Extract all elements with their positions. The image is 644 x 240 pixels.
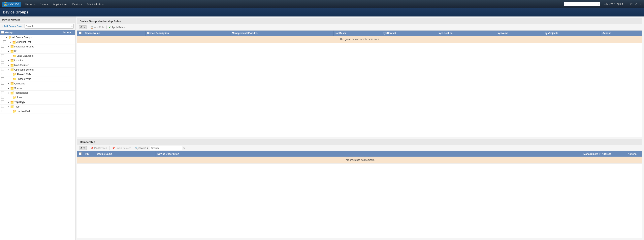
- nav-refresh-button[interactable]: ↺: [629, 2, 634, 6]
- gear-icon: ⚙: [80, 26, 82, 29]
- row-checkbox[interactable]: [1, 77, 4, 80]
- tree-item-label[interactable]: Topology: [14, 101, 25, 104]
- expand-arrow-icon[interactable]: ▶: [7, 68, 10, 71]
- expand-arrow-icon[interactable]: ▼: [5, 36, 8, 39]
- tree-item-label[interactable]: IP: [14, 50, 16, 53]
- nav-search-input[interactable]: [564, 2, 600, 6]
- membership-header-row: Pin Device Name Device Description Manag…: [77, 151, 642, 157]
- tree-item-label[interactable]: Tools: [17, 96, 22, 99]
- row-checkbox[interactable]: [1, 105, 4, 108]
- apply-rules-button[interactable]: ✔ Apply Rules: [108, 25, 126, 29]
- header-checkbox-col: [1, 31, 5, 34]
- expand-arrow-icon[interactable]: ▶: [7, 106, 10, 108]
- row-checkbox[interactable]: [1, 68, 4, 71]
- search-clear-button[interactable]: ✕: [71, 25, 73, 28]
- search-box-wrap: ✕: [24, 24, 74, 28]
- row-checkbox[interactable]: [1, 100, 4, 103]
- row-checkbox[interactable]: [1, 54, 4, 57]
- th-mgmt-ip: Management IP Addre...: [230, 30, 334, 36]
- expand-arrow-icon[interactable]: ▶: [7, 87, 10, 89]
- gear-dropdown-arrow: ▼: [83, 26, 85, 29]
- nav-add-button[interactable]: +: [625, 2, 629, 6]
- nav-events-button[interactable]: Events: [38, 1, 50, 7]
- nav-help-button[interactable]: ?: [638, 2, 642, 6]
- pin-icon: 📌: [90, 147, 94, 150]
- header-group-label: Group: [5, 31, 60, 34]
- row-checkbox[interactable]: [1, 87, 4, 89]
- folder-icon: 🗂️: [10, 87, 14, 90]
- expand-arrow-icon[interactable]: ▶: [7, 64, 10, 66]
- expand-arrow-icon[interactable]: ▶: [7, 82, 10, 85]
- row-checkbox[interactable]: [1, 50, 4, 52]
- tree-row: ▶ 🗂️ QA Boxes: [0, 81, 75, 86]
- unpin-icon: 📌: [112, 147, 115, 150]
- tree-item-label[interactable]: Phase 2 VMs: [17, 78, 31, 80]
- add-group-button[interactable]: + Add Device Group: [2, 25, 23, 28]
- row-checkbox[interactable]: [1, 91, 4, 94]
- tree-item-label[interactable]: Manufacturer: [14, 64, 28, 66]
- tree-item-label[interactable]: Type: [14, 105, 20, 108]
- logo[interactable]: SevOne: [2, 1, 21, 7]
- tree-row: ▶ 🗂️ Manufacturer: [0, 63, 75, 67]
- expand-arrow-icon[interactable]: ▶: [7, 59, 10, 62]
- tree-item-label[interactable]: Technologies: [14, 91, 28, 94]
- row-checkbox[interactable]: [1, 59, 4, 61]
- apply-rules-label: Apply Rules: [112, 26, 124, 29]
- tree-item-label[interactable]: Alphabet Test: [16, 41, 31, 43]
- row-checkbox[interactable]: [3, 40, 6, 43]
- nav-home-button[interactable]: ⌂: [634, 2, 638, 6]
- tree-item-label[interactable]: Unclassified: [17, 110, 30, 113]
- row-checkbox[interactable]: [1, 82, 4, 85]
- tree-item-label[interactable]: Location: [14, 59, 23, 62]
- tree-row: ▶ 🗂️ Technologies: [0, 91, 75, 95]
- tree-search-input[interactable]: [24, 24, 74, 28]
- pin-devices-button[interactable]: 📌 Pin Devices: [89, 146, 108, 150]
- search-dropdown-button[interactable]: 🔍 Search ▼: [135, 147, 149, 150]
- th-actions: Actions: [601, 30, 642, 36]
- expand-arrow-icon[interactable]: ▶: [7, 45, 10, 48]
- logo-dot: [5, 2, 6, 3]
- row-checkbox[interactable]: [1, 36, 4, 38]
- unpin-devices-button[interactable]: 📌 Unpin Devices: [111, 146, 132, 150]
- membership-section: Membership ⚙ ▼ 📌 Pin Devices 📌 Unpin Dev…: [77, 139, 642, 239]
- tree-item-label[interactable]: Interactive Groups: [14, 45, 34, 48]
- membership-search-input[interactable]: [150, 146, 182, 150]
- expand-arrow-icon[interactable]: ▶: [7, 101, 10, 103]
- membership-toolbar: ⚙ ▼ 📌 Pin Devices 📌 Unpin Devices 🔍: [77, 145, 642, 151]
- expand-arrow-icon[interactable]: ▶: [9, 41, 12, 43]
- header-checkbox[interactable]: [1, 31, 4, 33]
- tree-item-label[interactable]: Load Balancers: [17, 54, 34, 57]
- membership-header-checkbox[interactable]: [79, 152, 82, 155]
- row-checkbox[interactable]: [1, 45, 4, 48]
- nav-applications-button[interactable]: Applications: [50, 1, 70, 7]
- row-checkbox[interactable]: [1, 96, 4, 98]
- nav-search-clear-icon[interactable]: ✕: [598, 3, 600, 5]
- header-actions-label: Actions: [60, 31, 74, 34]
- add-rule-label: Add Rule: [94, 26, 104, 29]
- tree-row: ▶ 🗂️ Type: [0, 105, 75, 109]
- nav-administration-button[interactable]: Administration: [84, 1, 106, 7]
- membership-gear-button[interactable]: ⚙ ▼: [79, 146, 87, 150]
- add-rule-button[interactable]: 📋 Add Rule: [89, 25, 105, 29]
- tree-item-label[interactable]: QA Boxes: [14, 82, 25, 85]
- expand-arrow-icon[interactable]: ▶: [7, 50, 10, 52]
- row-checkbox[interactable]: [1, 110, 4, 112]
- header-checkbox[interactable]: [79, 31, 82, 34]
- row-checkbox[interactable]: [1, 63, 4, 66]
- tree-item-label[interactable]: Special: [14, 87, 22, 90]
- gear-dropdown-button[interactable]: ⚙ ▼: [79, 25, 87, 29]
- membership-rules-toolbar: ⚙ ▼ 📋 Add Rule ✔ Apply Rules: [77, 24, 642, 30]
- clear-search-button[interactable]: ✕: [183, 147, 186, 150]
- apply-rules-icon: ✔: [109, 26, 111, 29]
- membership-table-wrap: Pin Device Name Device Description Manag…: [77, 151, 642, 164]
- nav-devices-button[interactable]: Devices: [70, 1, 84, 7]
- expand-arrow-icon[interactable]: ▶: [7, 92, 10, 94]
- tree-item-label[interactable]: All Device Groups: [12, 36, 32, 39]
- tree-item-label[interactable]: Phase 1 VMs: [17, 73, 31, 76]
- tree-item-label[interactable]: Operating System: [14, 68, 34, 71]
- folder-icon: 🗂️: [10, 100, 14, 104]
- row-checkbox[interactable]: [1, 73, 4, 75]
- folder-icon: 🗂️: [10, 59, 14, 62]
- logo-dot: [6, 5, 8, 6]
- nav-reports-button[interactable]: Reports: [23, 1, 37, 7]
